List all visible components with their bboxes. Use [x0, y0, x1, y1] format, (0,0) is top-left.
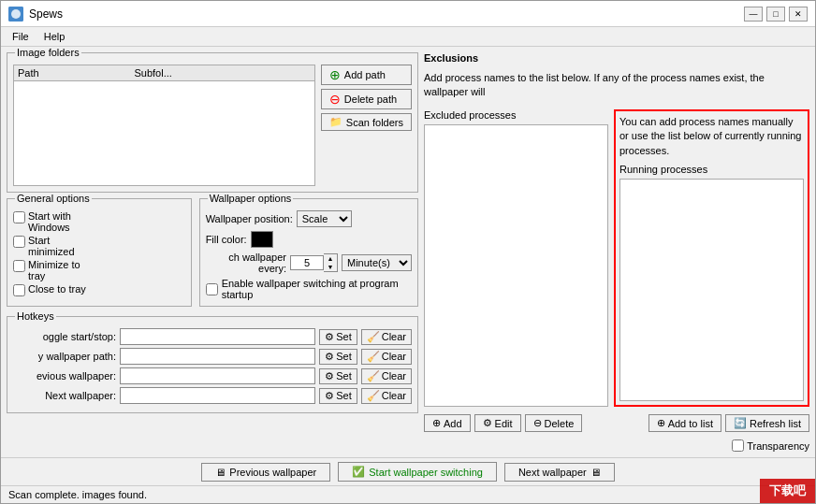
next-icon: 🖥	[590, 467, 601, 478]
menu-help[interactable]: Help	[36, 29, 73, 44]
add-to-list-icon: ⊕	[657, 417, 665, 429]
hotkey-row-0: oggle start/stop: ⚙ Set 🧹 Clear	[13, 328, 412, 345]
set-icon-3: ⚙	[325, 390, 334, 402]
excluded-processes-panel: Excluded processes	[424, 109, 608, 407]
delete-btn-icon: ⊖	[533, 417, 542, 429]
exclusions-title: Exclusions	[424, 52, 809, 64]
interval-unit-select[interactable]: Minute(s) Second(s) Hour(s)	[342, 254, 412, 271]
hotkey-row-1: y wallpaper path: ⚙ Set 🧹 Clear	[13, 348, 412, 365]
hotkey-input-1[interactable]	[120, 348, 315, 365]
hotkey-row-2: evious wallpaper: ⚙ Set 🧹 Clear	[13, 367, 412, 384]
set-icon-2: ⚙	[325, 370, 334, 382]
window-title: Spews	[29, 7, 63, 21]
add-button[interactable]: ⊕ Add	[424, 414, 471, 432]
enable-switching-checkbox[interactable]	[206, 283, 218, 295]
hotkey-input-0[interactable]	[120, 328, 315, 345]
clear-icon-3: 🧹	[367, 390, 380, 402]
wallpaper-options-group: Wallpaper options Wallpaper position: Sc…	[199, 198, 418, 307]
hotkeys-label: Hotkeys	[15, 310, 56, 322]
start-with-windows-checkbox[interactable]	[13, 211, 25, 223]
clear-icon-0: 🧹	[367, 331, 380, 343]
position-label: Wallpaper position:	[206, 213, 293, 224]
running-list	[619, 179, 804, 401]
edit-button[interactable]: ⚙ Edit	[474, 414, 521, 432]
exclusions-description: Add process names to the list below. If …	[424, 71, 809, 100]
refresh-list-button[interactable]: 🔄 Refresh list	[725, 414, 809, 432]
hotkey-clear-0[interactable]: 🧹 Clear	[361, 329, 412, 345]
hotkey-input-3[interactable]	[120, 387, 315, 404]
running-processes-panel: You can add process names manually or us…	[614, 109, 809, 407]
excluded-label: Excluded processes	[424, 109, 608, 121]
image-folders-label: Image folders	[15, 47, 81, 58]
hotkey-label-0: oggle start/stop:	[13, 331, 116, 342]
add-icon: ⊕	[329, 67, 341, 82]
hotkey-set-2[interactable]: ⚙ Set	[319, 368, 357, 384]
hotkey-set-3[interactable]: ⚙ Set	[319, 388, 357, 404]
hotkey-clear-2[interactable]: 🧹 Clear	[361, 368, 412, 384]
start-icon: ✅	[352, 466, 365, 478]
minimize-to-tray-checkbox[interactable]	[13, 260, 25, 272]
running-info: You can add process names manually or us…	[619, 115, 804, 158]
col-subfol: Subfol...	[130, 65, 313, 81]
add-path-button[interactable]: ⊕ Add path	[321, 65, 412, 85]
status-text: Scan complete. images found.	[8, 489, 147, 500]
bottom-nav-bar: 🖥 Previous wallpaper ✅ Start wallpaper s…	[1, 457, 815, 485]
interval-up[interactable]: ▲	[324, 254, 337, 263]
window-controls: — □ ✕	[744, 7, 808, 22]
prev-icon: 🖥	[215, 467, 226, 478]
refresh-icon: 🔄	[734, 417, 747, 429]
folder-buttons: ⊕ Add path ⊖ Delete path 📁 Scan folders	[321, 65, 412, 186]
folders-table: Path Subfol...	[13, 65, 315, 186]
hotkey-row-3: Next wallpaper: ⚙ Set 🧹 Clear	[13, 387, 412, 404]
image-folders-group: Image folders Path Subfol...	[7, 52, 418, 193]
hotkey-label-3: Next wallpaper:	[13, 390, 116, 401]
status-bar: Scan complete. images found.	[1, 485, 815, 503]
position-select[interactable]: Scale Tile Center Stretch Fit	[297, 210, 352, 227]
close-to-tray-item: Close to tray	[13, 283, 185, 296]
set-icon-0: ⚙	[325, 331, 334, 343]
add-btn-icon: ⊕	[432, 417, 441, 429]
hotkey-label-1: y wallpaper path:	[13, 351, 116, 362]
exclusions-panel: Exclusions Add process names to the list…	[424, 52, 809, 452]
delete-path-button[interactable]: ⊖ Delete path	[321, 89, 412, 109]
transparency-label: Transparency	[747, 440, 809, 452]
menu-file[interactable]: File	[5, 29, 36, 44]
start-minimized-checkbox[interactable]	[13, 236, 25, 248]
watermark: 下载吧	[760, 479, 815, 503]
interval-label: ch wallpaper every:	[206, 252, 286, 274]
hotkey-input-2[interactable]	[120, 367, 315, 384]
hotkey-set-0[interactable]: ⚙ Set	[319, 329, 357, 345]
hotkey-set-1[interactable]: ⚙ Set	[319, 349, 357, 365]
menu-bar: File Help	[1, 27, 815, 47]
general-options-label: General options	[15, 193, 92, 204]
maximize-button[interactable]: □	[766, 7, 785, 22]
minimize-to-tray-label: Minimize totray	[28, 259, 80, 281]
delete-icon: ⊖	[329, 92, 341, 107]
hotkey-clear-1[interactable]: 🧹 Clear	[361, 349, 412, 365]
edit-icon: ⚙	[483, 417, 492, 429]
hotkey-clear-3[interactable]: 🧹 Clear	[361, 388, 412, 404]
start-switching-button[interactable]: ✅ Start wallpaper switching	[338, 462, 497, 482]
fill-color-label: Fill color:	[206, 234, 247, 245]
running-label: Running processes	[619, 164, 804, 175]
set-icon-1: ⚙	[325, 351, 334, 363]
interval-down[interactable]: ▼	[324, 263, 337, 271]
transparency-checkbox[interactable]	[732, 439, 744, 452]
minimize-button[interactable]: —	[744, 7, 763, 22]
next-wallpaper-button[interactable]: Next wallpaper 🖥	[504, 463, 615, 482]
app-icon	[8, 7, 23, 22]
interval-input[interactable]	[290, 255, 324, 270]
close-to-tray-checkbox[interactable]	[13, 284, 25, 296]
col-path: Path	[14, 65, 130, 81]
delete-button[interactable]: ⊖ Delete	[525, 414, 583, 432]
minimize-to-tray-item: Minimize totray	[13, 259, 185, 281]
scan-icon: 📁	[329, 116, 342, 128]
enable-switching-label: Enable wallpaper switching at program st…	[222, 278, 412, 300]
clear-icon-2: 🧹	[367, 370, 380, 382]
close-button[interactable]: ✕	[789, 7, 808, 22]
previous-wallpaper-button[interactable]: 🖥 Previous wallpaper	[201, 463, 330, 482]
add-to-list-button[interactable]: ⊕ Add to list	[648, 414, 721, 432]
fill-color-picker[interactable]	[251, 231, 273, 248]
scan-folders-button[interactable]: 📁 Scan folders	[321, 113, 412, 131]
hotkeys-group: Hotkeys oggle start/stop: ⚙ Set 🧹 Clear	[7, 316, 418, 413]
